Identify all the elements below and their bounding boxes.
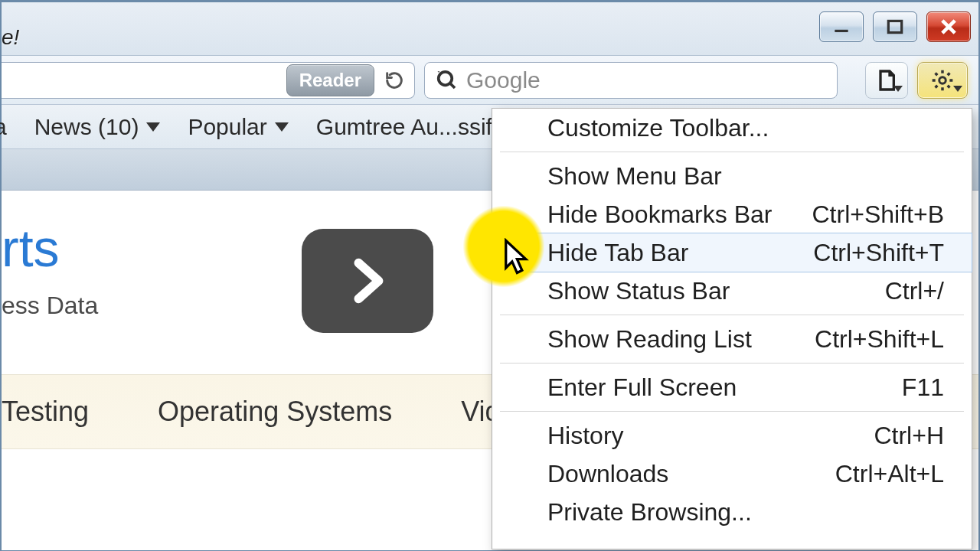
address-bar[interactable]: Reader [2, 62, 415, 99]
new-page-button[interactable] [865, 62, 908, 99]
chevron-down-icon [275, 122, 289, 132]
category-testing[interactable]: Testing [2, 396, 89, 428]
search-icon [436, 69, 459, 92]
settings-menu: Customize Toolbar... Show Menu Bar Hide … [492, 108, 972, 549]
bookmark-item-popular[interactable]: Popular [188, 114, 288, 140]
menu-separator [500, 152, 964, 152]
svg-rect-0 [888, 21, 901, 32]
menu-separator [500, 363, 964, 364]
menu-separator [500, 315, 964, 315]
reader-button[interactable]: Reader [286, 64, 374, 96]
menu-downloads[interactable]: DownloadsCtrl+Alt+L [492, 455, 972, 493]
menu-customize-toolbar[interactable]: Customize Toolbar... [492, 109, 972, 147]
bookmark-item[interactable]: a [0, 114, 7, 140]
page-heading: rts [2, 218, 60, 278]
window-title: e! [2, 25, 19, 50]
menu-separator [500, 411, 964, 412]
toolbar: Reader Google [2, 56, 978, 105]
menu-private-browsing[interactable]: Private Browsing... [492, 493, 972, 531]
search-placeholder: Google [466, 67, 541, 93]
settings-button[interactable] [917, 62, 968, 99]
chevron-down-icon [953, 86, 962, 92]
menu-hide-tab-bar[interactable]: Hide Tab BarCtrl+Shift+T [492, 233, 972, 272]
page-subheading: ess Data [2, 292, 98, 320]
svg-point-2 [939, 77, 946, 83]
menu-show-menu-bar[interactable]: Show Menu Bar [492, 157, 972, 195]
search-box[interactable]: Google [424, 62, 838, 99]
menu-hide-bookmarks-bar[interactable]: Hide Bookmarks BarCtrl+Shift+B [492, 195, 972, 233]
chevron-down-icon [146, 122, 160, 132]
category-os[interactable]: Operating Systems [158, 396, 392, 428]
close-button[interactable] [926, 11, 971, 42]
menu-show-status-bar[interactable]: Show Status BarCtrl+/ [492, 272, 972, 310]
chevron-right-icon [341, 254, 394, 308]
next-button[interactable] [302, 229, 433, 333]
gear-icon [930, 68, 955, 93]
reload-icon [384, 70, 405, 91]
maximize-button[interactable] [873, 11, 917, 42]
menu-enter-full-screen[interactable]: Enter Full ScreenF11 [492, 368, 972, 406]
bookmark-item-news[interactable]: News (10) [34, 114, 161, 140]
reload-button[interactable] [381, 67, 408, 94]
svg-point-1 [439, 71, 452, 85]
minimize-button[interactable] [819, 11, 864, 42]
cursor-pointer-icon [503, 238, 534, 281]
menu-show-reading-list[interactable]: Show Reading ListCtrl+Shift+L [492, 320, 972, 358]
titlebar: e! [2, 2, 978, 56]
menu-history[interactable]: HistoryCtrl+H [492, 416, 972, 455]
chevron-down-icon [893, 86, 903, 92]
